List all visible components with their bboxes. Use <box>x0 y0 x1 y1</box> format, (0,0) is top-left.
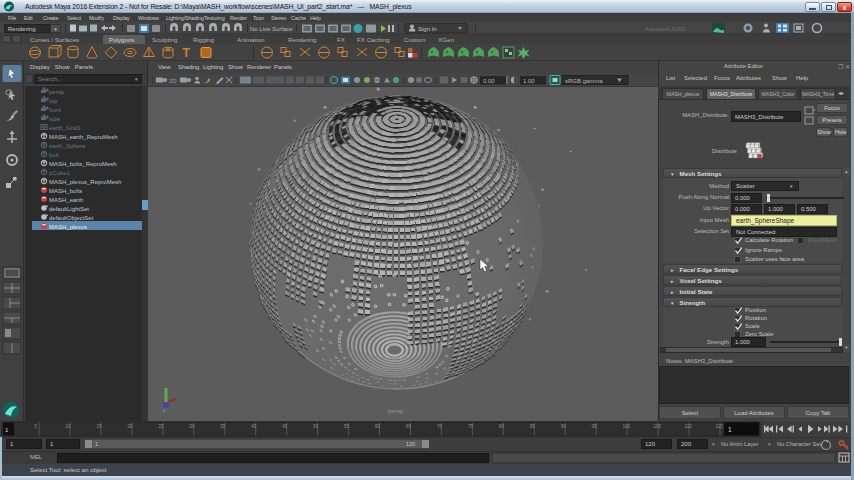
svg-text:No Live Surface: No Live Surface <box>250 26 293 32</box>
svg-text:defaultLightSet: defaultLightSet <box>49 206 89 212</box>
svg-text:20: 20 <box>127 424 133 429</box>
svg-text:pCube1: pCube1 <box>49 170 71 176</box>
svg-text:90: 90 <box>561 424 567 429</box>
svg-text:MASH_bolts: MASH_bolts <box>49 188 82 194</box>
svg-text:105: 105 <box>654 424 662 429</box>
svg-text:MASH_earth_ReproMesh: MASH_earth_ReproMesh <box>49 134 118 140</box>
svg-text:earth_Grid1: earth_Grid1 <box>49 125 81 131</box>
svg-text:Sign In: Sign In <box>418 26 437 32</box>
svg-text:MASH_bolts_ReproMesh: MASH_bolts_ReproMesh <box>49 161 117 167</box>
svg-text:40: 40 <box>251 424 257 429</box>
svg-text:85: 85 <box>530 424 536 429</box>
svg-text:Autodesk A360: Autodesk A360 <box>645 26 686 32</box>
svg-text:75: 75 <box>468 424 474 429</box>
svg-text:15: 15 <box>97 424 103 429</box>
svg-text:2D: 2D <box>169 78 177 84</box>
svg-text:30: 30 <box>189 424 195 429</box>
svg-text:T: T <box>183 46 191 60</box>
svg-text:defaultObjectSet: defaultObjectSet <box>49 215 94 221</box>
svg-text:MASH_earth: MASH_earth <box>49 197 83 203</box>
svg-text:110: 110 <box>685 424 693 429</box>
svg-text:55: 55 <box>344 424 350 429</box>
svg-text:1: 1 <box>728 426 732 433</box>
svg-text:top: top <box>49 98 58 104</box>
svg-text:95: 95 <box>592 424 598 429</box>
svg-text:earth_Sphere: earth_Sphere <box>49 143 86 149</box>
svg-text:100: 100 <box>623 424 631 429</box>
svg-text:front: front <box>49 107 61 113</box>
svg-text:25: 25 <box>158 424 164 429</box>
svg-text:0.00: 0.00 <box>483 78 495 84</box>
svg-text:60: 60 <box>375 424 381 429</box>
svg-text:MASH_plexus: MASH_plexus <box>49 224 87 230</box>
svg-text:80: 80 <box>499 424 505 429</box>
svg-text:45: 45 <box>282 424 288 429</box>
svg-text:side: side <box>49 116 61 122</box>
svg-text:10: 10 <box>66 424 72 429</box>
svg-text:115: 115 <box>716 424 724 429</box>
svg-text:1.00: 1.00 <box>523 78 535 84</box>
svg-text:bolt: bolt <box>49 152 59 158</box>
svg-text:sRGB gamma: sRGB gamma <box>565 78 603 84</box>
svg-text:MASH_plexus_ReproMesh: MASH_plexus_ReproMesh <box>49 179 121 185</box>
svg-text:persp: persp <box>49 89 65 95</box>
svg-text:35: 35 <box>220 424 226 429</box>
svg-text:70: 70 <box>437 424 443 429</box>
svg-text:65: 65 <box>406 424 412 429</box>
svg-text:50: 50 <box>313 424 319 429</box>
